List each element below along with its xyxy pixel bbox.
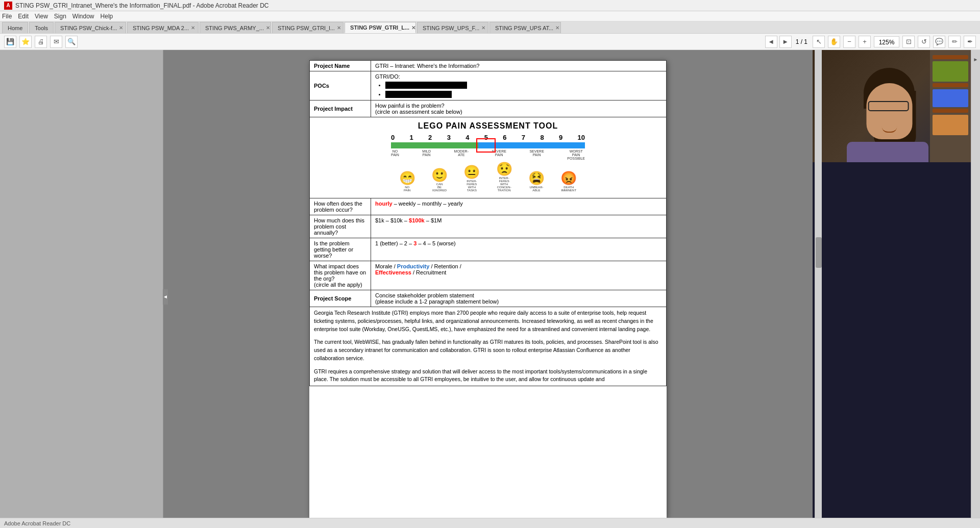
toolbar-save-btn[interactable]: 💾 — [4, 36, 16, 48]
pocs-label: POCs — [310, 71, 371, 100]
frequency-row: How often does the problem occur? hourly… — [310, 198, 667, 215]
tab-gtri-l[interactable]: STING PSW_GTRI_l... ✕ — [272, 22, 344, 33]
impact-question-sub: (circle on assessment scale below) — [375, 109, 662, 115]
fit-page-btn[interactable]: ⊡ — [902, 36, 915, 48]
left-panel: ◄ — [0, 50, 163, 528]
toolbar-search-btn[interactable]: 🔍 — [65, 36, 78, 48]
glasses — [868, 101, 909, 111]
person-shoulders — [847, 142, 928, 162]
annotate-btn[interactable]: ✒ — [964, 36, 976, 48]
impact-question: What impact does this problem have on th… — [310, 261, 371, 290]
main-layout: ◄ Project Name GTRI – Intranet: Where's … — [0, 50, 980, 528]
page-info: 1 / 1 — [796, 38, 807, 45]
project-impact-row: Project Impact How painful is the proble… — [310, 100, 667, 117]
nav-prev-btn[interactable]: ◄ — [765, 36, 777, 48]
window-title: STING PSW_GTRI_Intranet_Where's the Info… — [15, 2, 269, 9]
tab-mda[interactable]: STING PSW_MDA 2... ✕ — [127, 22, 199, 33]
menu-edit[interactable]: Edit — [18, 13, 29, 20]
highlight-btn[interactable]: ✏ — [948, 36, 961, 48]
pocs-content: GTRI/DO: — [371, 71, 667, 100]
tab-home[interactable]: Home — [2, 22, 28, 33]
pocs-row: POCs GTRI/DO: — [310, 71, 667, 100]
project-scope-content: Concise stakeholder problem statement (p… — [371, 290, 667, 307]
nav-next-btn[interactable]: ► — [779, 36, 792, 48]
hand-tool[interactable]: ✋ — [828, 36, 840, 48]
tab-ups-f[interactable]: STING PSW_UPS_F... ✕ — [417, 22, 488, 33]
scope-sublabel: Concise stakeholder problem statement — [375, 292, 662, 298]
status-text: Adobe Acrobat Reader DC — [4, 520, 70, 526]
page-nav: ◄ ► 1 / 1 — [765, 36, 810, 48]
impact-row: What impact does this problem have on th… — [310, 261, 667, 290]
menu-file[interactable]: File — [2, 13, 12, 20]
cost-question: How much does this problem cost annually… — [310, 215, 371, 238]
comment-btn[interactable]: 💬 — [933, 36, 945, 48]
menu-help[interactable]: Help — [101, 13, 113, 20]
cursor-tool[interactable]: ↖ — [813, 36, 825, 48]
vertical-scrollbar[interactable] — [815, 50, 822, 518]
tab-army[interactable]: STING PWS_ARMY_... ✕ — [200, 22, 271, 33]
poc-item-1 — [385, 82, 662, 89]
poc-redacted-1 — [385, 82, 467, 89]
project-scope-row: Project Scope Concise stakeholder proble… — [310, 290, 667, 307]
better-worse-question: Is the problem getting better or worse? — [310, 238, 371, 261]
tab-tools[interactable]: Tools — [29, 22, 54, 33]
menu-sign[interactable]: Sign — [54, 13, 66, 20]
document-table: Project Name GTRI – Intranet: Where's th… — [309, 60, 667, 386]
lego-section: LEGO PAIN ASSESSMENT TOOL 0 1 2 3 4 5 6 — [310, 117, 666, 198]
zoom-in-btn[interactable]: + — [859, 36, 871, 48]
toolbar: 💾 ⭐ 🖨 ✉ 🔍 ◄ ► 1 / 1 ↖ ✋ − + 125% ⊡ ↺ 💬 ✏… — [0, 34, 980, 50]
webcam-video — [813, 50, 971, 162]
bookshelf — [930, 50, 971, 162]
lego-scale: 0 1 2 3 4 5 6 7 8 9 — [391, 134, 585, 192]
menu-view[interactable]: View — [35, 13, 48, 20]
cost-answer: $1k – $10k – $100k – $1M — [371, 215, 667, 238]
toolbar-star-btn[interactable]: ⭐ — [19, 36, 32, 48]
effectiveness-highlight: Effectiveness — [375, 269, 411, 275]
frequency-answer: hourly – weekly – monthly – yearly — [371, 198, 667, 215]
toolbar-print-btn[interactable]: 🖨 — [35, 36, 47, 48]
title-bar: A STING PSW_GTRI_Intranet_Where's the In… — [0, 0, 980, 11]
cost-highlight: $100k — [409, 217, 425, 223]
impact-question: How painful is the problem? — [375, 103, 662, 109]
scale-numbers: 0 1 2 3 4 5 6 7 8 9 — [391, 134, 585, 141]
rotate-btn[interactable]: ↺ — [918, 36, 930, 48]
face-5: 😡 DEATHIMMINENT — [555, 171, 583, 192]
pocs-sublabel: GTRI/DO: — [375, 73, 400, 80]
face-4: 😫 UNBEAR-ABLE — [522, 171, 550, 192]
tab-gtri-L-active[interactable]: STING PSW_GTRI_L... ✕ — [345, 22, 416, 33]
poc-item-2 — [385, 91, 662, 98]
menu-window[interactable]: Window — [72, 13, 94, 20]
scrollbar-thumb[interactable] — [816, 237, 822, 268]
poc-redacted-2 — [385, 91, 452, 98]
tab-chick[interactable]: STING PSW_Chick-f... ✕ — [55, 22, 126, 33]
document-area[interactable]: Project Name GTRI – Intranet: Where's th… — [163, 50, 813, 528]
zoom-out-btn[interactable]: − — [843, 36, 855, 48]
panel-toggle[interactable]: ◄ — [163, 289, 168, 305]
face-0: 😁 NOPAIN — [393, 171, 421, 192]
lego-row: LEGO PAIN ASSESSMENT TOOL 0 1 2 3 4 5 6 — [310, 117, 667, 198]
project-name-row: Project Name GTRI – Intranet: Where's th… — [310, 61, 667, 71]
scale-labels: NOPAIN MILDPAIN MODER-ATE SEVEREPAIN SEV… — [391, 149, 585, 160]
better-worse-answer: 1 (better) – 2 – 3 – 4 – 5 (worse) — [371, 238, 667, 261]
webcam-rest — [813, 162, 971, 528]
lego-cell: LEGO PAIN ASSESSMENT TOOL 0 1 2 3 4 5 6 — [310, 117, 667, 198]
right-sidebar-toggle[interactable]: ► — [973, 57, 978, 62]
face-3: 😟 INTER-FERESWITHCONCEN-TRATION — [490, 162, 518, 192]
scale-bar — [391, 142, 585, 148]
zoom-display[interactable]: 125% — [874, 36, 899, 47]
project-name-value: GTRI – Intranet: Where's the Information… — [371, 61, 667, 71]
pdf-page: Project Name GTRI – Intranet: Where's th… — [309, 60, 667, 518]
scope-sublabel2: (please include a 1-2 paragraph statemen… — [375, 298, 662, 305]
body-paragraph-3: GTRI requires a comprehensive strategy a… — [314, 368, 662, 384]
body-text-row: Georgia Tech Research Institute (GTRI) e… — [310, 307, 667, 386]
project-impact-content: How painful is the problem? (circle on a… — [371, 100, 667, 117]
better-worse-highlight: 3 — [413, 240, 416, 246]
frequency-question: How often does the problem occur? — [310, 198, 371, 215]
body-paragraph-1: Georgia Tech Research Institute (GTRI) e… — [314, 309, 662, 333]
toolbar-email-btn[interactable]: ✉ — [50, 36, 62, 48]
bottom-bar: Adobe Acrobat Reader DC — [0, 518, 980, 528]
lego-faces: 😁 NOPAIN 🙂 CANBEIGNORED 😐 — [391, 162, 585, 192]
tab-ups-at[interactable]: STING PSW_UPS AT... ✕ — [489, 22, 561, 33]
right-sidebar: ► — [971, 50, 980, 528]
app-icon: A — [4, 2, 12, 10]
